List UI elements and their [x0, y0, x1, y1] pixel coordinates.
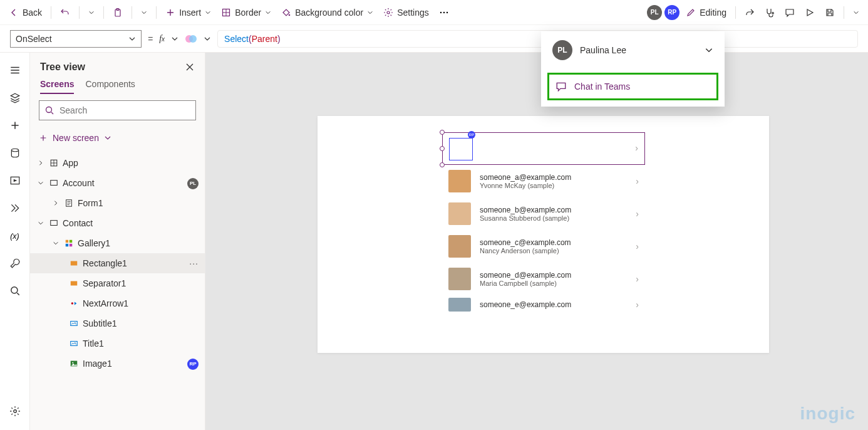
save-split[interactable] [849, 3, 863, 23]
avatar-image [448, 235, 471, 258]
list-item[interactable]: someone_e@example.com › [442, 295, 645, 314]
tree-item-title1[interactable]: Title1 [30, 333, 205, 354]
tree-item-gallery1[interactable]: Gallery1 [30, 233, 205, 253]
avatar-image [448, 170, 471, 192]
insert-icon[interactable] [9, 119, 21, 132]
tree-item-separator1[interactable]: Separator1 [30, 273, 205, 293]
search-icon[interactable] [9, 285, 21, 297]
artboard[interactable]: RP › someone_a@example.comYvonne McKay (… [318, 116, 769, 353]
new-screen-button[interactable]: New screen [39, 129, 111, 147]
chat-in-teams-button[interactable]: Chat in Teams [547, 73, 718, 100]
back-label: Back [23, 8, 42, 18]
avatar-image [448, 268, 471, 290]
tree-panel: Tree view Screens Components New screen … [30, 53, 205, 430]
tab-screens[interactable]: Screens [40, 79, 74, 94]
list-item[interactable]: someone_b@example.comSusanna Stubberod (… [442, 197, 645, 230]
presence-avatar: PL [552, 40, 572, 60]
tree-item-form1[interactable]: Form1 [30, 193, 205, 213]
tree-item-subtitle1[interactable]: Subtitle1 [30, 313, 205, 333]
presence-name: Paulina Lee [580, 45, 626, 55]
selected-rectangle[interactable]: RP › [442, 132, 645, 165]
command-bar: Back Insert Border Background color Sett… [0, 0, 868, 25]
share-button[interactable] [741, 3, 758, 23]
left-rail [0, 53, 30, 430]
more-icon[interactable]: ··· [189, 258, 199, 268]
variables-icon[interactable] [9, 229, 21, 242]
settings-button[interactable]: Settings [380, 3, 433, 23]
presence-badge-icon: RP [468, 131, 475, 139]
play-button[interactable] [801, 3, 819, 23]
avatar-image [448, 298, 471, 312]
tree-item-account[interactable]: Account PL [30, 173, 205, 193]
copilot-icon[interactable] [185, 33, 197, 45]
editing-button[interactable]: Editing [682, 3, 730, 23]
back-button[interactable]: Back [5, 3, 46, 23]
chevron-right-icon: › [636, 176, 639, 186]
insert-label: Insert [179, 8, 201, 18]
property-dropdown[interactable]: OnSelect [10, 30, 142, 48]
formula-bar: OnSelect = fx Select(Parent) [0, 25, 868, 53]
undo-split[interactable] [85, 3, 98, 23]
property-value: OnSelect [16, 34, 52, 44]
flows-icon[interactable] [9, 202, 21, 214]
presence-popup: PL Paulina Lee Chat in Teams [541, 31, 725, 107]
list-item[interactable]: someone_d@example.comMaria Campbell (sam… [442, 263, 645, 295]
close-icon[interactable] [185, 62, 195, 72]
avatar-image [448, 202, 471, 225]
chevron-right-icon: › [636, 274, 639, 284]
bgcolor-label: Background color [295, 8, 363, 18]
save-button[interactable] [821, 3, 839, 23]
tree-view-icon[interactable] [9, 92, 21, 104]
avatar-pl[interactable]: PL [647, 5, 662, 20]
settings-label: Settings [397, 8, 429, 18]
media-icon[interactable] [9, 174, 21, 187]
undo-button[interactable] [56, 3, 74, 23]
border-label: Border [235, 8, 261, 18]
tree-list: App Account PL Form1 Contact Gallery1 Re… [30, 153, 205, 430]
paste-split[interactable] [137, 3, 151, 23]
search-glyph-icon [44, 105, 54, 115]
hamburger-icon[interactable] [9, 64, 21, 76]
avatar-rp[interactable]: RP [664, 5, 679, 20]
list-item[interactable]: someone_a@example.comYvonne McKay (sampl… [442, 165, 645, 197]
tree-item-rectangle1[interactable]: Rectangle1 ··· [30, 253, 205, 273]
tree-item-contact[interactable]: Contact [30, 213, 205, 233]
comments-button[interactable] [781, 3, 798, 23]
border-button[interactable]: Border [217, 3, 275, 23]
watermark: inogic [800, 404, 855, 424]
tools-icon[interactable] [9, 257, 21, 270]
editing-label: Editing [700, 8, 726, 18]
equals-icon: = [148, 34, 153, 44]
tab-components[interactable]: Components [85, 79, 135, 94]
data-icon[interactable] [9, 147, 21, 159]
chevron-right-icon: › [636, 241, 639, 251]
chat-label: Chat in Teams [574, 81, 630, 92]
insert-button[interactable]: Insert [162, 3, 215, 23]
bgcolor-button[interactable]: Background color [277, 3, 377, 23]
tree-item-image1[interactable]: Image1 RP [30, 354, 205, 374]
tree-title: Tree view [40, 61, 85, 73]
chevron-down-icon[interactable] [705, 46, 713, 55]
copilot-chevron-icon[interactable] [204, 35, 211, 43]
paste-button[interactable] [109, 3, 127, 23]
fx-icon: fx [159, 34, 165, 44]
overflow-button[interactable] [435, 3, 453, 23]
svg-point-25 [189, 35, 197, 43]
tree-item-app[interactable]: App [30, 153, 205, 173]
chevron-right-icon: › [636, 300, 639, 310]
fx-chevron-icon[interactable] [171, 35, 178, 43]
presence-row[interactable]: PL Paulina Lee [541, 31, 725, 69]
settings-rail-icon[interactable] [9, 405, 21, 417]
chevron-right-icon: › [636, 209, 639, 219]
formula-input[interactable]: Select(Parent) [217, 30, 858, 48]
search-field[interactable] [59, 105, 190, 115]
search-input[interactable] [39, 100, 196, 120]
tree-item-nextarrow1[interactable]: NextArrow1 [30, 293, 205, 313]
canvas-area: RP › someone_a@example.comYvonne McKay (… [205, 53, 868, 430]
list-item[interactable]: someone_c@example.comNancy Anderson (sam… [442, 230, 645, 263]
chat-icon [555, 81, 567, 92]
checker-button[interactable] [761, 3, 778, 23]
